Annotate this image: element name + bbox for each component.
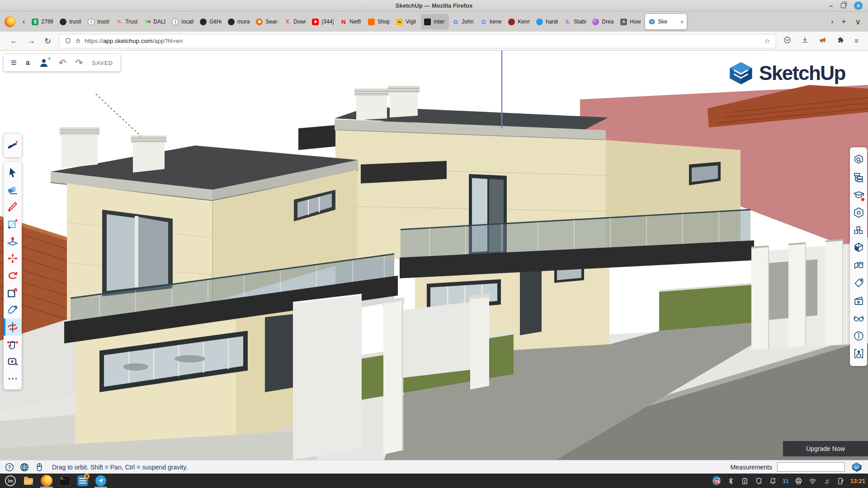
mint-menu-taskbar-button[interactable]: lm	[3, 474, 18, 488]
file-manager-taskbar-button[interactable]	[21, 474, 36, 488]
media-icon[interactable]: ♫	[823, 476, 831, 485]
close-tab-icon[interactable]: ×	[680, 19, 684, 25]
tab-344[interactable]: (344)	[309, 14, 337, 29]
tab-githu[interactable]: GitHu	[197, 14, 225, 29]
tracking-shield-icon[interactable]	[65, 38, 71, 44]
tab-shop[interactable]: Shop	[365, 14, 393, 29]
tape-measure-tool[interactable]	[4, 353, 22, 370]
push-pull-tool[interactable]	[4, 233, 22, 250]
new-tab-button[interactable]: +	[837, 17, 851, 26]
tab-searc[interactable]: Searc	[253, 14, 281, 29]
model-canvas[interactable]	[0, 51, 868, 460]
scroll-tabs-right-button[interactable]: ›	[827, 18, 837, 26]
megaphone-icon[interactable]	[815, 36, 831, 46]
pocket-icon[interactable]	[779, 36, 795, 46]
instructor-panel-button[interactable]	[850, 186, 867, 204]
list-all-tabs-button[interactable]: ∨	[851, 17, 865, 27]
tab-how[interactable]: AHow	[617, 14, 645, 29]
styles-panel-button[interactable]	[850, 239, 867, 257]
tab-trustl[interactable]: itrustl	[85, 14, 113, 29]
orbit-tool[interactable]	[4, 319, 22, 336]
notification-count[interactable]: 11	[783, 476, 789, 485]
tab-trust[interactable]: TLTrust	[113, 14, 141, 29]
model-info-panel-button[interactable]	[850, 327, 867, 345]
scale-tool[interactable]	[4, 284, 22, 301]
scenes-panel-button[interactable]	[850, 292, 867, 310]
url-text[interactable]: https://app.sketchup.com/app?hl=en	[85, 38, 760, 44]
power-edit-icon[interactable]	[837, 476, 845, 485]
tab-dall[interactable]: DALL	[141, 14, 169, 29]
objects-panel-button[interactable]	[850, 221, 867, 239]
display-panel-button[interactable]	[850, 310, 867, 327]
components-panel-button[interactable]	[850, 204, 867, 221]
tab-vigil[interactable]: tvVigil	[393, 14, 421, 29]
app-menu-hamburger-icon[interactable]: ≡	[11, 58, 17, 67]
forward-button[interactable]: →	[23, 36, 40, 46]
mouse-icon[interactable]	[34, 462, 44, 472]
add-collaborator-icon[interactable]: +	[39, 57, 50, 68]
redo-button[interactable]: ↷	[75, 57, 83, 68]
network-icon[interactable]	[809, 476, 817, 485]
tab-ske[interactable]: Ske×	[645, 14, 687, 29]
tab-drea[interactable]: Drea	[589, 14, 617, 29]
printer-icon[interactable]	[795, 476, 803, 485]
tab-locall[interactable]: ilocall	[169, 14, 197, 29]
redbadge-favicon-icon	[508, 19, 515, 25]
help-icon[interactable]: ?	[5, 462, 14, 472]
language-globe-icon[interactable]	[19, 462, 29, 472]
bluetooth-icon[interactable]	[726, 476, 735, 485]
terminal-taskbar-button[interactable]: $_	[57, 474, 72, 488]
outliner-panel-button[interactable]	[850, 169, 867, 186]
minimize-button[interactable]: –	[829, 4, 833, 8]
tab-hardn[interactable]: hardn	[533, 14, 561, 29]
tab-kenn[interactable]: Kenn	[505, 14, 533, 29]
model-name-initial[interactable]: a	[26, 59, 30, 67]
scroll-tabs-left-button[interactable]: ‹	[19, 18, 28, 26]
select-tool[interactable]	[4, 164, 22, 181]
upgrade-now-button[interactable]: Upgrade Now	[783, 441, 868, 456]
reload-button[interactable]: ↻	[40, 36, 56, 46]
materials-panel-button[interactable]	[850, 257, 867, 274]
tab-down[interactable]: XDown	[281, 14, 309, 29]
tab-john[interactable]: GJohn	[449, 14, 477, 29]
export-panel-button[interactable]	[850, 345, 867, 362]
download-icon[interactable]	[797, 36, 813, 46]
measurements-input[interactable]	[777, 462, 845, 472]
paint-icon	[7, 304, 19, 316]
telegram-taskbar-button[interactable]	[93, 474, 108, 488]
text-editor-taskbar-button[interactable]: 8	[75, 474, 90, 488]
notifications-icon[interactable]	[769, 476, 777, 485]
back-button[interactable]: ←	[5, 36, 23, 46]
menu-hamburger-icon[interactable]: ≡	[850, 37, 863, 45]
shield-icon[interactable]	[755, 476, 763, 485]
lock-icon[interactable]	[75, 38, 81, 44]
undo-button[interactable]: ↶	[59, 57, 66, 68]
entity-info-panel-button[interactable]	[850, 151, 867, 169]
firefox-taskbar-button[interactable]	[39, 474, 54, 488]
tab-trustl[interactable]: trustl	[57, 14, 85, 29]
telegram-sync-icon[interactable]: 75	[712, 476, 721, 485]
maximize-button[interactable]	[841, 3, 846, 8]
tab-mora[interactable]: mora	[225, 14, 253, 29]
move-tool[interactable]	[4, 250, 22, 267]
close-button[interactable]: ×	[854, 1, 863, 10]
tab-netfl[interactable]: NNetfl	[337, 14, 365, 29]
tab-stabi[interactable]: S.Stabi	[561, 14, 589, 29]
url-bar[interactable]: https://app.sketchup.com/app?hl=en ☆	[59, 34, 776, 48]
tab-kene[interactable]: Gkene	[477, 14, 505, 29]
more-tools-tool[interactable]	[4, 370, 22, 387]
paint-tool[interactable]	[4, 301, 22, 319]
clipboard-icon[interactable]	[741, 476, 749, 485]
search-launcher-tool[interactable]	[4, 137, 22, 154]
tab-inter[interactable]: Inter	[421, 14, 449, 29]
line-tool[interactable]	[4, 198, 22, 216]
tags-panel-button[interactable]	[850, 274, 867, 292]
shapes-tool[interactable]	[4, 216, 22, 233]
rotate-tool[interactable]	[4, 267, 22, 284]
pan-tool[interactable]	[4, 336, 22, 353]
tab-2799[interactable]: $2799	[28, 14, 57, 29]
eraser-tool[interactable]	[4, 181, 22, 198]
browser-navbar: ← → ↻ https://app.sketchup.com/app?hl=en…	[0, 32, 868, 51]
bookmark-star-icon[interactable]: ☆	[764, 37, 770, 45]
extensions-puzzle-icon[interactable]	[833, 36, 849, 46]
